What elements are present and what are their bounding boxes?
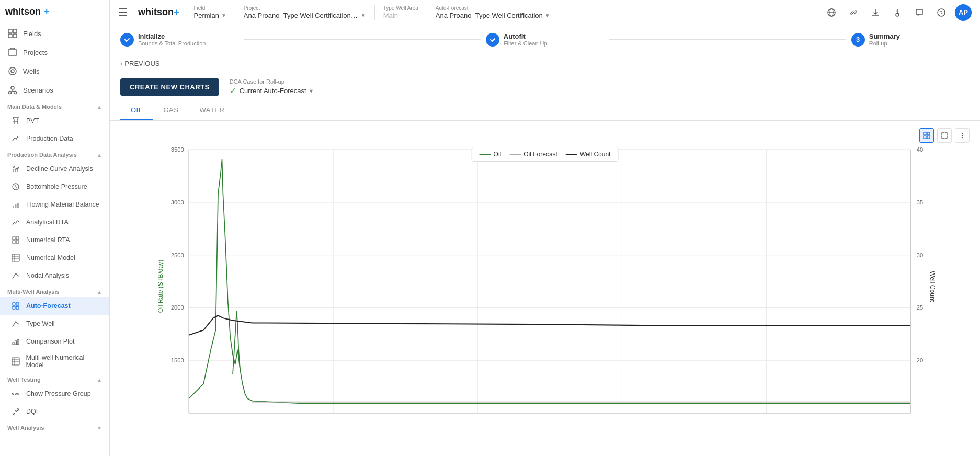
svg-rect-1 <box>13 29 17 33</box>
svg-point-40 <box>18 393 19 395</box>
sidebar-item-wells[interactable]: Wells <box>0 62 109 81</box>
scenarios-icon <box>7 85 18 95</box>
wells-icon <box>7 66 18 76</box>
sidebar-item-analytical-rta[interactable]: Analytical RTA <box>0 213 109 231</box>
chart-toolbar <box>115 126 975 145</box>
sidebar-item-pvt[interactable]: PVT <box>0 112 109 130</box>
sidebar-item-flowing-material-balance[interactable]: Flowing Material Balance <box>0 196 109 213</box>
sidebar-item-projects[interactable]: Projects <box>0 43 109 62</box>
svg-rect-23 <box>12 254 19 261</box>
sidebar-item-multi-well-numerical-model-label: Multi-well Numerical Model <box>26 354 102 369</box>
step-initialize[interactable]: Initialize Bounds & Total Production <box>120 30 238 49</box>
legend-oil: Oil <box>480 151 502 158</box>
sidebar-item-fields[interactable]: Fields <box>0 24 109 43</box>
grid-view-icon-btn[interactable] <box>919 128 934 143</box>
more-vert-icon-btn[interactable] <box>955 128 970 143</box>
svg-point-56 <box>962 135 963 136</box>
svg-text:Oil Rate (STB/day): Oil Rate (STB/day) <box>157 260 164 313</box>
user-avatar[interactable]: AP <box>955 4 972 21</box>
auto-forecast-label: Auto-Forecast <box>436 5 550 11</box>
svg-text:35: 35 <box>917 199 923 206</box>
help-icon-btn[interactable]: ? <box>933 4 950 21</box>
sidebar-item-nodal-analysis[interactable]: Nodal Analysis <box>0 267 109 284</box>
sidebar-item-projects-label: Projects <box>23 49 48 56</box>
sidebar-item-production-data[interactable]: Production Data <box>0 130 109 147</box>
step-summary-sub: Roll-up <box>869 40 900 47</box>
svg-point-38 <box>13 393 14 395</box>
sidebar-item-dqi[interactable]: DQI <box>0 403 109 420</box>
auto-forecast-dropdown[interactable]: Ana Proano_Type Well Certification ▼ <box>436 12 550 19</box>
section-main-data-models[interactable]: Main Data & Models ▲ <box>0 99 109 112</box>
sidebar-item-comparison-plot[interactable]: Comparison Plot <box>0 333 109 350</box>
sidebar-item-bottomhole-pressure[interactable]: Bottomhole Pressure <box>0 178 109 196</box>
chart-legend: Oil Oil Forecast Well Count <box>472 147 619 162</box>
step-summary-circle: 3 <box>851 33 865 47</box>
svg-rect-20 <box>16 237 19 240</box>
topbar: ☰ whitson+ Field Permian ▼ Project Ana P… <box>110 0 980 25</box>
sidebar-item-chow-pressure-group[interactable]: Chow Pressure Group <box>0 385 109 403</box>
svg-text:1500: 1500 <box>171 357 184 363</box>
field-group: Field Permian ▼ <box>194 5 226 19</box>
step-autofit-circle <box>486 33 499 47</box>
step-autofit[interactable]: Autofit Filter & Clean Up <box>486 30 604 49</box>
sidebar-item-numerical-rta[interactable]: Numerical RTA <box>0 231 109 249</box>
sidebar-item-scenarios[interactable]: Scenarios <box>0 81 109 99</box>
topbar-separator-3 <box>427 5 427 20</box>
section-production-data-analysis[interactable]: Production Data Analysis ▲ <box>0 147 109 160</box>
previous-label: PREVIOUS <box>124 60 159 67</box>
svg-text:30: 30 <box>917 252 923 258</box>
tab-oil[interactable]: OIL <box>120 101 153 120</box>
sidebar-item-auto-forecast-label: Auto-Forecast <box>26 302 71 310</box>
tab-gas[interactable]: GAS <box>153 101 189 120</box>
sidebar-item-auto-forecast[interactable]: Auto-Forecast <box>0 297 109 315</box>
nodal-analysis-icon <box>10 270 21 281</box>
svg-rect-3 <box>13 34 17 38</box>
sidebar-item-analytical-rta-label: Analytical RTA <box>26 219 69 226</box>
sidebar-item-numerical-model[interactable]: Numerical Model <box>0 249 109 267</box>
comparison-plot-icon <box>10 336 21 347</box>
section-multi-well-analysis[interactable]: Multi-Well Analysis ▲ <box>0 284 109 297</box>
chat-icon-btn[interactable] <box>911 4 928 21</box>
dca-case-dropdown[interactable]: Current Auto-Forecast ▼ <box>240 87 314 95</box>
sidebar-item-decline-curve-analysis[interactable]: Decline Curve Analysis <box>0 160 109 178</box>
section-multi-well-analysis-label: Multi-Well Analysis <box>7 289 60 295</box>
main-chart-svg[interactable]: 3500 3000 2500 2000 1500 40 35 30 25 20 … <box>115 145 975 428</box>
dca-case-label: DCA Case for Roll-up <box>230 78 314 85</box>
svg-rect-54 <box>927 136 930 139</box>
sidebar-item-multi-well-numerical-model[interactable]: Multi-well Numerical Model <box>0 350 109 372</box>
type-well-area-label: Type Well Area <box>383 5 418 11</box>
menu-icon[interactable]: ☰ <box>118 6 128 19</box>
topbar-logo: whitson+ <box>138 7 179 18</box>
globe-icon-btn[interactable] <box>823 4 840 21</box>
legend-oil-line <box>480 154 491 155</box>
tab-water[interactable]: WATER <box>189 101 235 120</box>
chart-area: Oil Oil Forecast Well Count <box>110 121 980 456</box>
sidebar-item-type-well[interactable]: Type Well <box>0 315 109 333</box>
step-initialize-circle <box>120 33 134 47</box>
sidebar-item-scenarios-label: Scenarios <box>23 86 53 94</box>
create-new-charts-button[interactable]: CREATE NEW CHARTS <box>120 78 219 96</box>
sidebar-item-bottomhole-pressure-label: Bottomhole Pressure <box>26 183 87 190</box>
svg-rect-31 <box>13 343 14 345</box>
previous-chevron-icon: ‹ <box>120 60 122 67</box>
svg-rect-34 <box>12 358 19 365</box>
section-well-testing[interactable]: Well Testing ▲ <box>0 372 109 385</box>
svg-rect-18 <box>17 203 19 208</box>
link-icon-btn[interactable] <box>845 4 862 21</box>
field-label: Field <box>194 5 226 11</box>
thermometer-icon-btn[interactable] <box>889 4 906 21</box>
svg-rect-0 <box>8 29 12 33</box>
previous-button[interactable]: ‹ PREVIOUS <box>120 60 160 67</box>
svg-rect-17 <box>15 204 17 208</box>
field-dropdown[interactable]: Permian ▼ <box>194 12 226 19</box>
expand-icon-btn[interactable] <box>937 128 952 143</box>
section-well-analysis[interactable]: Well Analysis ▼ <box>0 420 109 433</box>
svg-rect-30 <box>16 306 19 309</box>
project-dropdown[interactable]: Ana Proano_Type Well Certification_Jan- … <box>244 12 366 19</box>
step-summary-name: Summary <box>869 32 900 40</box>
svg-rect-29 <box>13 306 15 309</box>
step-summary[interactable]: 3 Summary Roll-up <box>851 30 970 49</box>
svg-rect-21 <box>13 241 15 243</box>
section-multi-well-analysis-chevron: ▲ <box>97 289 102 295</box>
download-icon-btn[interactable] <box>867 4 884 21</box>
